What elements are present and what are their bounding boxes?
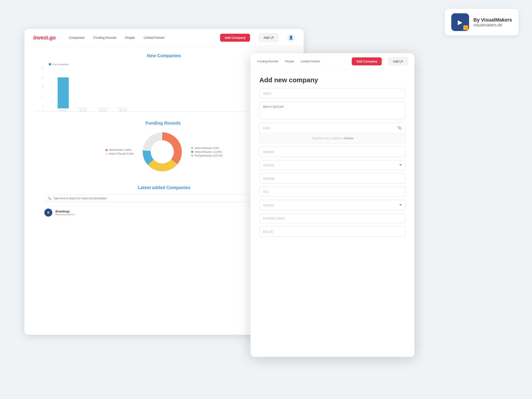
- legend-label-seed: Seed Rounds: 4 (36%): [109, 149, 132, 151]
- bar-3: [117, 108, 129, 108]
- donut-right-legend: Series B Rounds: 0 (0%) Series A Rounds:…: [191, 147, 222, 157]
- form-body: Logo 📎 Drag files here to upload or Brow…: [250, 88, 415, 243]
- industry-select[interactable]: Industry Technology Healthcare Finance: [259, 160, 406, 170]
- city-field[interactable]: [259, 187, 406, 197]
- watermark-subtitle: visualmakers.de: [474, 23, 512, 27]
- form-title: Add new company: [250, 70, 415, 88]
- founded-field[interactable]: [259, 213, 406, 223]
- legend-dot-seed: [106, 149, 108, 151]
- navbar: invest.go Companies Funding Rounds Peopl…: [24, 29, 304, 47]
- form-add-lp-button[interactable]: Add LP: [388, 57, 408, 66]
- legend-label-series-a: Series A Rounds: 1 (12.9%): [195, 151, 222, 153]
- bar-chart-inner: Q1 2021 Q2 2021 Q3 2021 Q4 2021: [49, 72, 279, 112]
- add-lp-button[interactable]: Add LP: [259, 33, 279, 42]
- bar-group-1: Q2 2021: [78, 108, 89, 112]
- logo-field: Logo 📎 Drag files here to upload or Brow…: [259, 122, 406, 144]
- donut-center: [151, 140, 174, 163]
- form-nav-people[interactable]: People: [285, 60, 294, 63]
- address-field[interactable]: [259, 173, 406, 184]
- watermark-icon-corner: [463, 25, 468, 30]
- search-icon: 🔍: [48, 197, 51, 200]
- legend-predeal: Pre-Deal Rounds: 3 (27.3%): [191, 154, 222, 157]
- legend-label-series-b: Series B Rounds: 0 (0%): [195, 147, 219, 149]
- nav-funding-rounds[interactable]: Funding Rounds: [94, 36, 116, 39]
- bar-label-3: Q4 2021: [119, 109, 127, 112]
- search-bar[interactable]: 🔍: [44, 195, 284, 202]
- search-input[interactable]: [53, 197, 280, 200]
- donut-chart-svg: [140, 130, 184, 174]
- bar-label-0: Q1 2021: [59, 109, 67, 112]
- y-axis-1: 1: [42, 105, 44, 107]
- logo-label: Logo: [263, 126, 270, 130]
- logo-input-row: Logo 📎: [259, 122, 406, 133]
- y-axis-4: 4: [42, 77, 44, 79]
- exit-field[interactable]: [259, 227, 406, 237]
- form-navbar: Funding Rounds People Limited Partner Ad…: [250, 53, 415, 70]
- company-info: Brandingo Marketing Agency: [55, 210, 256, 216]
- description-field[interactable]: [259, 101, 406, 119]
- bar-group-0: Q1 2021: [58, 77, 69, 112]
- logo-browse-link[interactable]: Browse: [344, 137, 353, 140]
- watermark-icon: [451, 13, 469, 31]
- company-avatar: B: [44, 209, 52, 216]
- donut-left-legend: Seed Rounds: 4 (36%) Series C Rounds: 0 …: [106, 149, 134, 155]
- company-name: Brandingo: [55, 210, 256, 213]
- legend-label-series-c: Series C Rounds: 0 (0%): [109, 152, 134, 155]
- brand-logo: invest.go: [33, 35, 56, 41]
- legend-label-predeal: Pre-Deal Rounds: 3 (27.3%): [195, 154, 222, 157]
- bar-2: [98, 108, 109, 108]
- bar-0: [58, 77, 69, 108]
- legend-dot-predeal: [191, 154, 193, 157]
- funding-rounds-title: Funding Rounds: [146, 120, 181, 126]
- logo-dropzone-text: Drag files here to upload or: [312, 137, 344, 140]
- watermark-text: By VisualMakers visualmakers.de: [474, 17, 512, 27]
- company-desc: Marketing Agency: [55, 213, 256, 216]
- company-row: B Brandingo Marketing Agency Design Bran…: [44, 206, 284, 219]
- watermark-card: By VisualMakers visualmakers.de: [445, 9, 519, 35]
- bar-group-2: Q3 2021: [98, 108, 109, 112]
- legend-dot-series-b: [191, 147, 193, 149]
- bar-1: [78, 108, 89, 108]
- form-panel: Funding Rounds People Limited Partner Ad…: [250, 53, 415, 357]
- nav-people[interactable]: People: [125, 36, 135, 39]
- form-nav-limited-partner[interactable]: Limited Partner: [301, 60, 320, 63]
- main-container: invest.go Companies Funding Rounds Peopl…: [24, 29, 508, 370]
- bar-chart-yaxis: 5 4 3 2 1: [42, 67, 44, 107]
- logo-dropzone[interactable]: Drag files here to upload or Browse: [259, 133, 406, 144]
- watermark-title: By VisualMakers: [474, 17, 512, 23]
- bar-group-3: Q4 2021: [117, 108, 129, 112]
- legend-series-a: Series A Rounds: 1 (12.9%): [191, 151, 222, 153]
- legend-series-b: Series B Rounds: 0 (0%): [191, 147, 222, 149]
- name-field[interactable]: [259, 88, 406, 98]
- legend-dot-series-c: [106, 153, 108, 155]
- nav-limited-partner[interactable]: Limited Partner: [144, 36, 165, 39]
- legend-series-c: Series C Rounds: 0 (0%): [106, 152, 134, 155]
- bar-chart-legend-dot: [49, 63, 51, 65]
- latest-companies-title: Latest added Companies: [44, 185, 284, 190]
- profile-icon[interactable]: 👤: [287, 34, 295, 41]
- legend-dot-series-a: [191, 151, 193, 153]
- form-add-company-button[interactable]: Add Company: [352, 57, 382, 65]
- y-axis-3: 3: [42, 86, 44, 89]
- website-field[interactable]: [259, 147, 406, 157]
- add-company-button[interactable]: Add Company: [220, 34, 250, 42]
- legend-seed: Seed Rounds: 4 (36%): [106, 149, 134, 151]
- bar-label-2: Q3 2021: [99, 109, 107, 112]
- clip-icon: 📎: [398, 126, 402, 130]
- form-nav-funding-rounds[interactable]: Funding Rounds: [257, 60, 278, 63]
- bar-label-1: Q2 2021: [79, 109, 87, 112]
- bar-chart-legend-label: # of companies: [52, 63, 69, 66]
- country-select[interactable]: Country United States Germany United Kin…: [259, 200, 406, 210]
- y-axis-5: 5: [42, 67, 44, 70]
- nav-companies[interactable]: Companies: [69, 36, 85, 39]
- y-axis-2: 2: [42, 95, 44, 98]
